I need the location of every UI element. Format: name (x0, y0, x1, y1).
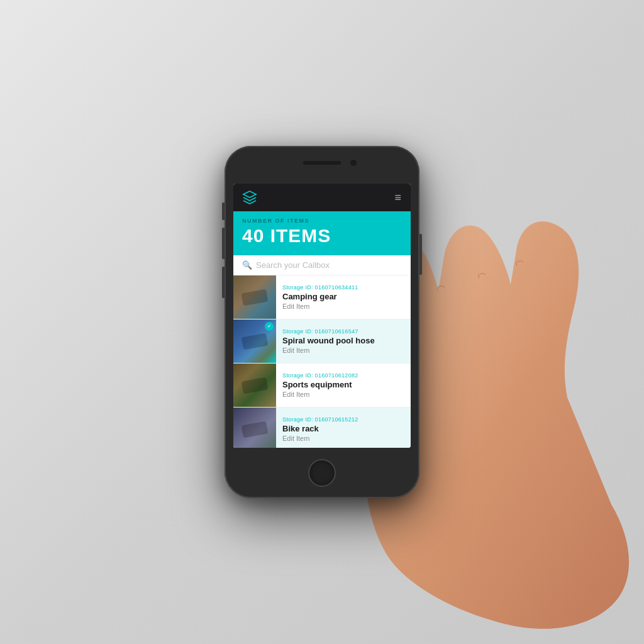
item-thumbnail (233, 275, 276, 319)
app-navbar: ≡ (233, 184, 411, 211)
edit-item-link[interactable]: Edit Item (282, 435, 404, 442)
edit-item-link[interactable]: Edit Item (282, 303, 404, 310)
list-item[interactable]: Storage ID: 0160710612082Sports equipmen… (233, 364, 411, 408)
item-content: Storage ID: 0160710634411Camping gearEdi… (276, 275, 411, 319)
power-button (419, 234, 422, 275)
phone-screen: ≡ NUMBER OF ITEMS 40 ITEMS 🔍 Search your… (233, 184, 411, 448)
items-label: NUMBER OF ITEMS (242, 218, 402, 224)
phone-camera (350, 160, 357, 166)
volume-up-button (222, 228, 225, 259)
search-placeholder-text: Search your Callbox (256, 260, 330, 270)
item-content: Storage ID: 0160710615212Bike rackEdit I… (276, 408, 411, 448)
home-button[interactable] (308, 459, 336, 487)
hamburger-icon[interactable]: ≡ (394, 191, 402, 204)
list-item[interactable]: Storage ID: 0160710634411Camping gearEdi… (233, 275, 411, 319)
items-count: 40 ITEMS (242, 225, 402, 247)
volume-down-button (222, 267, 225, 298)
header-banner: NUMBER OF ITEMS 40 ITEMS (233, 211, 411, 255)
edit-item-link[interactable]: Edit Item (282, 347, 404, 354)
item-thumbnail: ✓ (233, 319, 276, 363)
storage-id: Storage ID: 0160710615212 (282, 416, 404, 423)
storage-id: Storage ID: 0160710612082 (282, 372, 404, 379)
list-item[interactable]: ✓Storage ID: 0160710616547Spiral wound p… (233, 319, 411, 364)
item-name: Camping gear (282, 292, 404, 301)
pool-badge-icon: ✓ (265, 322, 274, 331)
phone-speaker (303, 161, 341, 165)
scene: ≡ NUMBER OF ITEMS 40 ITEMS 🔍 Search your… (102, 70, 542, 574)
storage-id: Storage ID: 0160710634411 (282, 284, 404, 291)
item-name: Bike rack (282, 424, 404, 433)
edit-item-link[interactable]: Edit Item (282, 391, 404, 398)
item-thumbnail (233, 408, 276, 448)
item-name: Sports equipment (282, 380, 404, 389)
item-content: Storage ID: 0160710616547Spiral wound po… (276, 319, 411, 363)
item-name: Spiral wound pool hose (282, 336, 404, 345)
item-thumbnail (233, 364, 276, 407)
app-logo (242, 190, 257, 205)
search-bar[interactable]: 🔍 Search your Callbox (233, 255, 411, 275)
item-list: Storage ID: 0160710634411Camping gearEdi… (233, 275, 411, 448)
item-content: Storage ID: 0160710612082Sports equipmen… (276, 364, 411, 407)
storage-id: Storage ID: 0160710616547 (282, 328, 404, 335)
search-icon: 🔍 (242, 260, 252, 270)
list-item[interactable]: Storage ID: 0160710615212Bike rackEdit I… (233, 408, 411, 448)
phone-device: ≡ NUMBER OF ITEMS 40 ITEMS 🔍 Search your… (225, 146, 419, 498)
